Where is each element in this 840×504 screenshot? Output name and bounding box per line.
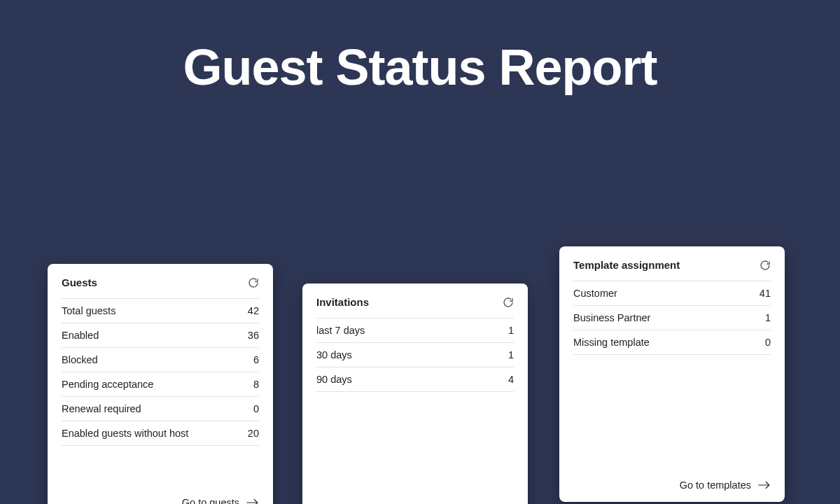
invitations-card: Invitations last 7 days 1 30 days 1 90 d… <box>302 284 528 504</box>
row-label: 90 days <box>316 374 352 385</box>
go-link-label: Go to guests <box>182 497 239 504</box>
row-label: Pending acceptance <box>62 379 153 390</box>
table-row: last 7 days 1 <box>316 318 514 343</box>
refresh-icon[interactable] <box>503 297 514 308</box>
row-value: 36 <box>248 330 259 341</box>
row-value: 41 <box>760 288 771 299</box>
arrow-right-icon <box>246 498 259 504</box>
row-label: Renewal required <box>62 403 141 414</box>
refresh-icon[interactable] <box>248 277 259 288</box>
go-to-templates-link[interactable]: Go to templates <box>573 474 771 491</box>
row-label: Missing template <box>573 337 650 348</box>
row-label: Enabled guests without host <box>62 428 188 439</box>
row-label: 30 days <box>316 349 352 360</box>
go-to-guests-link[interactable]: Go to guests <box>62 491 259 504</box>
table-row: Renewal required 0 <box>62 397 259 421</box>
table-row: Blocked 6 <box>62 348 259 372</box>
refresh-icon[interactable] <box>760 260 771 271</box>
go-link-label: Go to templates <box>680 479 751 491</box>
row-value: 1 <box>508 349 514 360</box>
row-value: 20 <box>248 428 259 439</box>
row-label: Total guests <box>62 305 115 316</box>
row-label: Business Partner <box>573 312 650 323</box>
table-row: 30 days 1 <box>316 343 514 368</box>
row-value: 6 <box>253 354 259 365</box>
row-value: 1 <box>508 325 514 336</box>
table-row: Pending acceptance 8 <box>62 372 259 397</box>
row-value: 8 <box>253 379 259 390</box>
table-row: Missing template 0 <box>573 330 771 355</box>
row-value: 0 <box>765 337 771 348</box>
arrow-right-icon <box>758 480 771 490</box>
row-value: 0 <box>253 403 259 414</box>
invitations-card-title: Invitations <box>316 296 369 308</box>
table-row: Total guests 42 <box>62 299 259 323</box>
row-value: 42 <box>248 305 259 316</box>
page-title: Guest Status Report <box>0 0 840 96</box>
row-label: Customer <box>573 288 617 299</box>
guests-card-title: Guests <box>62 276 97 288</box>
table-row: Customer 41 <box>573 281 771 306</box>
row-label: Enabled <box>62 330 99 341</box>
templates-card-title: Template assignment <box>573 259 680 271</box>
templates-card: Template assignment Customer 41 Business… <box>559 246 785 502</box>
row-value: 1 <box>765 312 771 323</box>
table-row: Enabled 36 <box>62 323 259 348</box>
row-label: last 7 days <box>316 325 365 336</box>
guests-card: Guests Total guests 42 Enabled 36 Blocke… <box>48 264 273 504</box>
table-row: 90 days 4 <box>316 368 514 392</box>
table-row: Enabled guests without host 20 <box>62 421 259 446</box>
row-label: Blocked <box>62 354 98 365</box>
table-row: Business Partner 1 <box>573 306 771 330</box>
row-value: 4 <box>508 374 514 385</box>
